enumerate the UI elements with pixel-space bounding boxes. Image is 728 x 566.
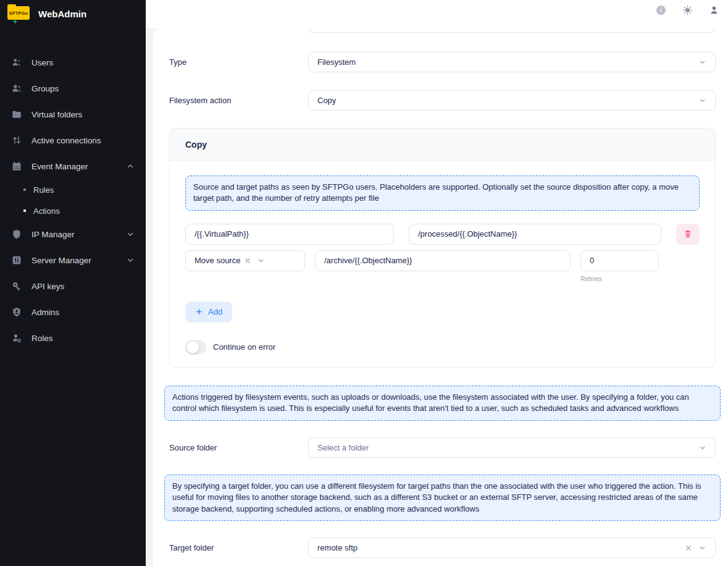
plus-icon	[195, 308, 203, 316]
sidebar-subitem-label: Actions	[33, 206, 60, 216]
continue-on-error-label: Continue on error	[213, 342, 275, 352]
bullet-icon	[23, 209, 26, 212]
fs-action-label: Filesystem action	[169, 96, 308, 105]
sidebar-item-label: Active connections	[31, 136, 101, 145]
brand[interactable]: SFTPGo + WebAdmin	[0, 0, 146, 27]
sliders-icon	[11, 255, 22, 266]
sidebar-item-actions[interactable]: Actions	[0, 200, 146, 221]
chevron-down-icon	[126, 256, 135, 264]
users-icon	[11, 57, 22, 68]
sidebar-item-label: IP Manager	[31, 230, 75, 239]
key-icon	[11, 281, 22, 292]
move-target-path-value: /archive/{{.ObjectName}}	[324, 256, 412, 265]
sidebar-item-server-manager[interactable]: Server Manager	[0, 247, 146, 273]
sidebar-item-label: Roles	[31, 334, 53, 343]
add-button[interactable]: Add	[185, 302, 232, 323]
sidebar-item-label: Users	[31, 58, 53, 67]
copy-section-body: Source and target paths as seen by SFTPG…	[170, 161, 715, 367]
move-target-path-input[interactable]: /archive/{{.ObjectName}}	[315, 250, 571, 271]
copy-options-row: Move source /archive/{{.ObjectN	[185, 250, 700, 282]
source-path-input[interactable]: /{{.VirtualPath}}	[185, 224, 394, 245]
type-select[interactable]: Filesystem	[308, 52, 716, 72]
sidebar-item-rules[interactable]: Rules	[0, 179, 146, 200]
sidebar-item-ip-manager[interactable]: IP Manager	[0, 221, 146, 247]
fs-action-select[interactable]: Copy	[308, 90, 716, 111]
clear-icon[interactable]	[244, 257, 251, 264]
logo-folder: SFTPGo	[7, 6, 30, 20]
sidebar-item-label: Server Manager	[31, 256, 91, 265]
toggle-knob	[186, 341, 199, 353]
sidebar-item-event-manager[interactable]: Event Manager	[0, 153, 146, 179]
app-root: SFTPGo + WebAdmin Users Groups	[0, 0, 728, 566]
groups-icon	[11, 83, 22, 94]
sidebar-item-active-connections[interactable]: Active connections	[0, 127, 146, 153]
trash-icon	[683, 229, 693, 239]
form-card: Type Filesystem Filesystem action Copy	[153, 28, 728, 566]
sidebar-item-virtual-folders[interactable]: Virtual folders	[0, 101, 146, 127]
sidebar-item-api-keys[interactable]: API keys	[0, 273, 146, 299]
sidebar-item-label: Admins	[31, 308, 59, 317]
sidebar-item-users[interactable]: Users	[0, 49, 146, 75]
disposition-value: Move source	[195, 256, 240, 265]
sidebar-item-roles[interactable]: Roles	[0, 325, 146, 351]
fs-action-row: Filesystem action Copy	[169, 90, 716, 111]
target-path-input[interactable]: /processed/{{.ObjectName}}	[409, 224, 661, 245]
main-area: Type Filesystem Filesystem action Copy	[146, 0, 728, 566]
retries-field: 0 Retries	[580, 250, 659, 282]
sidebar-item-label: Event Manager	[31, 162, 88, 171]
delete-row-button[interactable]	[676, 224, 700, 245]
sidebar-item-label: API keys	[31, 282, 64, 291]
shield-icon	[11, 229, 22, 240]
sidebar-subitem-label: Rules	[33, 185, 54, 195]
sidebar-item-groups[interactable]: Groups	[0, 75, 146, 101]
retries-help-text: Retries	[580, 275, 659, 282]
source-path-value: /{{.VirtualPath}}	[195, 229, 249, 239]
logo-plus-icon: +	[13, 18, 17, 25]
retries-input[interactable]: 0	[580, 250, 659, 271]
source-folder-label: Source folder	[169, 443, 308, 452]
add-button-label: Add	[208, 307, 222, 316]
chevron-up-icon	[126, 162, 135, 171]
target-folder-label: Target folder	[169, 543, 308, 552]
user-menu-icon[interactable]	[708, 4, 719, 15]
copy-section: Copy Source and target paths as seen by …	[169, 128, 716, 368]
source-folder-info-box: Actions triggered by filesystem events, …	[164, 386, 721, 421]
target-folder-value: remote sftp	[317, 543, 358, 552]
app-title: WebAdmin	[38, 9, 86, 19]
target-folder-info-box: By specifying a target folder, you can u…	[164, 475, 721, 521]
type-label: Type	[169, 57, 308, 67]
source-folder-select[interactable]: Select a folder	[308, 437, 716, 458]
copy-section-title: Copy	[185, 140, 207, 150]
disposition-select[interactable]: Move source	[185, 250, 305, 271]
sftpgo-logo-icon: SFTPGo +	[7, 4, 30, 23]
target-path-value: /processed/{{.ObjectName}}	[418, 229, 517, 239]
target-folder-select[interactable]: remote sftp	[308, 538, 716, 558]
shield-user-icon	[11, 306, 22, 318]
scrolled-input-remnant	[308, 28, 716, 33]
retries-value: 0	[590, 256, 594, 265]
bullet-icon	[23, 188, 26, 191]
sidebar-nav: Users Groups Virtual folders Active conn…	[0, 49, 146, 351]
type-select-value: Filesystem	[317, 57, 356, 67]
copy-info-box: Source and target paths as seen by SFTPG…	[185, 175, 700, 211]
chevron-down-icon	[698, 544, 706, 552]
continue-on-error-toggle[interactable]	[185, 340, 206, 355]
chevron-down-icon	[257, 256, 265, 264]
clear-icon[interactable]	[685, 544, 692, 552]
chevron-down-icon	[698, 444, 706, 452]
calendar-icon	[11, 161, 22, 172]
info-icon[interactable]	[655, 4, 666, 15]
folder-icon	[11, 109, 22, 120]
sidebar-item-label: Virtual folders	[31, 110, 82, 119]
sidebar-item-admins[interactable]: Admins	[0, 299, 146, 325]
sidebar: SFTPGo + WebAdmin Users Groups	[0, 0, 146, 566]
source-folder-row: Source folder Select a folder	[169, 437, 716, 458]
type-row: Type Filesystem	[169, 52, 716, 72]
partial-input[interactable]	[308, 28, 716, 33]
copy-section-header: Copy	[170, 129, 715, 161]
copy-paths-row: /{{.VirtualPath}} /processed/{{.ObjectNa…	[185, 224, 700, 245]
content-wrapper: Type Filesystem Filesystem action Copy	[146, 28, 728, 566]
topbar	[146, 0, 728, 28]
chevron-down-icon	[698, 96, 706, 104]
theme-toggle-icon[interactable]	[682, 4, 693, 15]
